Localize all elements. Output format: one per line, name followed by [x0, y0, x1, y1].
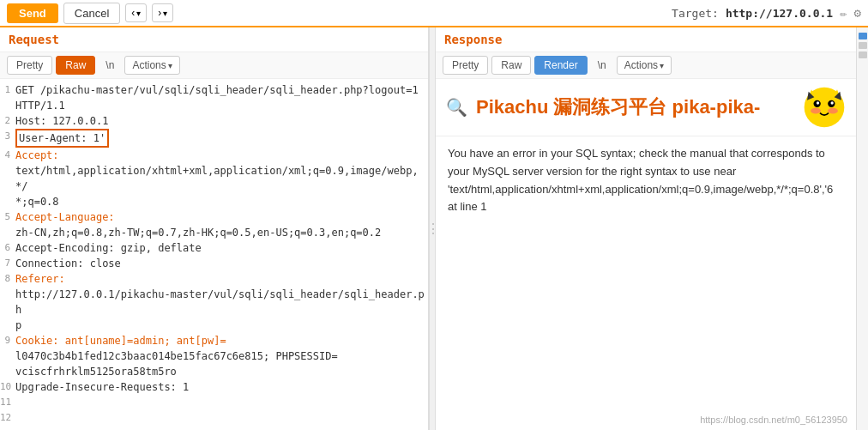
line-content: vciscfrhrklm5125ora58tm5ro: [15, 364, 428, 379]
request-code-area[interactable]: 1 GET /pikachu-master/vul/sqli/sqli_head…: [0, 79, 428, 430]
watermark: https://blog.csdn.net/m0_56123950: [700, 415, 847, 425]
table-row: 2 Host: 127.0.0.1: [0, 113, 428, 129]
edit-icon[interactable]: ✏: [840, 6, 847, 20]
line-content: p: [15, 318, 428, 333]
pikachu-search-icon: 🔍: [446, 97, 467, 118]
edge-btn-3[interactable]: [859, 51, 867, 58]
line-number: [0, 163, 15, 164]
table-row: 6 Accept-Encoding: gzip, deflate: [0, 240, 428, 256]
drag-handle[interactable]: ⋮: [429, 27, 436, 430]
svg-point-3: [817, 101, 819, 104]
line-number: 2: [0, 113, 15, 129]
edge-btn-2[interactable]: [859, 42, 867, 49]
nav-forward-button[interactable]: › ▾: [152, 3, 173, 22]
table-row: vciscfrhrklm5125ora58tm5ro: [0, 364, 428, 379]
table-row: 1 GET /pikachu-master/vul/sqli/sqli_head…: [0, 82, 428, 98]
response-error-text: You have an error in your SQL syntax; ch…: [436, 136, 856, 225]
line-number: [0, 364, 15, 365]
edge-btn-1[interactable]: [859, 33, 867, 39]
table-row: 4 Accept:: [0, 148, 428, 163]
pikachu-banner: 🔍 Pikachu 漏洞练习平台 pika-pika-: [436, 79, 856, 136]
right-edge-panel: [856, 27, 868, 430]
table-row: *;q=0.8: [0, 194, 428, 209]
table-row: 7 Connection: close: [0, 256, 428, 271]
svg-point-5: [811, 108, 821, 114]
line-content: l0470c3b4b1fed12c3baac014be15fac67c6e815…: [15, 348, 428, 364]
line-content: Accept:: [15, 148, 428, 163]
response-actions-label: Actions: [624, 59, 658, 71]
target-info: Target: http://127.0.0.1 ✏ ⚙: [672, 6, 861, 20]
line-number: 3: [0, 129, 15, 144]
response-actions-chevron-icon: ▾: [660, 61, 664, 70]
target-label: Target:: [672, 7, 719, 20]
send-button[interactable]: Send: [7, 3, 58, 23]
line-number: [0, 225, 15, 226]
line-content: Cookie: ant[uname]=admin; ant[pw]=: [15, 333, 428, 348]
line-number: 12: [0, 410, 15, 426]
line-number: 5: [0, 209, 15, 225]
line-number: 9: [0, 333, 15, 348]
request-panel-title: Request: [0, 27, 428, 52]
table-row: http://127.0.0.1/pikachu-master/vul/sqli…: [0, 287, 428, 318]
response-tab-render[interactable]: Render: [534, 56, 587, 75]
line-content: Upgrade-Insecure-Requests: 1: [15, 379, 428, 395]
table-row: 9 Cookie: ant[uname]=admin; ant[pw]=: [0, 333, 428, 348]
response-actions-button[interactable]: Actions ▾: [617, 56, 672, 75]
table-row: text/html,application/xhtml+xml,applicat…: [0, 163, 428, 194]
line-content: http://127.0.0.1/pikachu-master/vul/sqli…: [15, 287, 428, 318]
line-content: Host: 127.0.0.1: [15, 113, 428, 129]
request-tab-raw[interactable]: Raw: [56, 56, 95, 75]
request-toolbar: Pretty Raw \n Actions ▾: [0, 52, 428, 79]
line-number: 8: [0, 271, 15, 287]
line-number: 6: [0, 240, 15, 256]
table-row: HTTP/1.1: [0, 98, 428, 113]
request-tab-newline[interactable]: \n: [99, 57, 121, 74]
svg-point-4: [831, 101, 834, 104]
response-panel-title: Response: [436, 27, 856, 52]
pikachu-avatar-icon: [803, 86, 846, 129]
response-content-area[interactable]: 🔍 Pikachu 漏洞练习平台 pika-pika-: [436, 79, 856, 430]
line-number: [0, 98, 15, 99]
response-tab-newline[interactable]: \n: [591, 57, 613, 74]
line-content: Accept-Encoding: gzip, deflate: [15, 240, 428, 256]
line-number: [0, 194, 15, 195]
line-number: [0, 318, 15, 318]
line-number: 1: [0, 82, 15, 98]
cancel-button[interactable]: Cancel: [63, 3, 120, 24]
table-row: 10 Upgrade-Insecure-Requests: 1: [0, 379, 428, 395]
nav-back-dropdown-icon: ▾: [136, 9, 141, 18]
line-content: User-Agent: 1': [15, 129, 428, 148]
line-number: 4: [0, 148, 15, 163]
line-content: Referer:: [15, 271, 428, 287]
table-row: p: [0, 318, 428, 333]
nav-forward-dropdown-icon: ▾: [163, 9, 167, 18]
request-tab-pretty[interactable]: Pretty: [7, 56, 52, 75]
table-row: 8 Referer:: [0, 271, 428, 287]
settings-icon[interactable]: ⚙: [854, 6, 861, 20]
request-actions-label: Actions: [132, 59, 166, 71]
table-row: zh-CN,zh;q=0.8,zh-TW;q=0.7,zh-HK;q=0.5,e…: [0, 225, 428, 240]
table-row: 5 Accept-Language:: [0, 209, 428, 225]
response-tab-raw[interactable]: Raw: [491, 56, 531, 75]
line-content: text/html,application/xhtml+xml,applicat…: [15, 163, 428, 194]
line-number: 11: [0, 395, 15, 410]
nav-back-button[interactable]: ‹ ▾: [125, 3, 147, 22]
response-tab-pretty[interactable]: Pretty: [443, 56, 488, 75]
table-row: l0470c3b4b1fed12c3baac014be15fac67c6e815…: [0, 348, 428, 364]
line-number: 7: [0, 256, 15, 271]
line-content: Accept-Language:: [15, 209, 428, 225]
request-actions-button[interactable]: Actions ▾: [124, 56, 179, 75]
response-toolbar: Pretty Raw Render \n Actions ▾: [436, 52, 856, 79]
chevron-right-icon: ›: [158, 7, 161, 19]
table-row: 3 User-Agent: 1': [0, 129, 428, 148]
line-content: HTTP/1.1: [15, 98, 428, 113]
svg-point-6: [828, 108, 838, 114]
request-actions-chevron-icon: ▾: [168, 61, 172, 70]
main-panels: Request Pretty Raw \n Actions ▾ 1 GET /p…: [0, 27, 868, 430]
line-number: [0, 348, 15, 349]
line-content: GET /pikachu-master/vul/sqli/sqli_header…: [15, 82, 428, 98]
request-panel: Request Pretty Raw \n Actions ▾ 1 GET /p…: [0, 27, 429, 430]
target-url: http://127.0.0.1: [726, 7, 833, 20]
chevron-left-icon: ‹: [131, 7, 135, 19]
table-row: 11: [0, 395, 428, 410]
